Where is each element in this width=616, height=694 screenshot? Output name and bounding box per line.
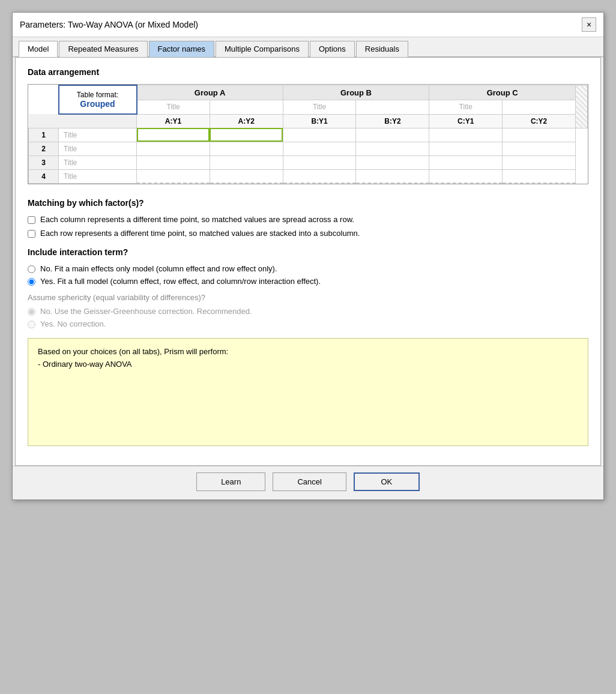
dialog-title: Parameters: Two-Way ANOVA (or Mixed Mode…: [20, 20, 198, 29]
learn-button[interactable]: Learn: [196, 472, 265, 491]
matching-option-1-row: Each column represents a different time …: [28, 215, 588, 224]
cell-1-ay2[interactable]: [210, 128, 283, 142]
cell-1-cy2[interactable]: [503, 128, 576, 142]
matching-option-2-row: Each row represents a different time poi…: [28, 229, 588, 238]
row-num-4: 4: [29, 169, 59, 183]
group-b-title[interactable]: Title: [283, 100, 356, 115]
no-sphericity-label: No. Use the Geisser-Greenhouse correctio…: [40, 307, 252, 316]
col-b-y2: B:Y2: [356, 114, 429, 128]
yes-sphericity-row: Yes. No correction.: [28, 319, 588, 328]
table-format-value: Grouped: [62, 99, 134, 109]
ok-button[interactable]: OK: [354, 472, 420, 491]
row-label-3[interactable]: Title: [59, 155, 137, 169]
summary-result: - Ordinary two-way ANOVA: [38, 360, 578, 369]
no-interaction-label: No. Fit a main effects only model (colum…: [40, 264, 277, 273]
group-c-title[interactable]: Title: [429, 100, 503, 115]
data-table: Table format: Grouped Group A Group B Gr…: [28, 84, 588, 184]
cell-4-by1[interactable]: [283, 169, 356, 183]
cell-4-cy1[interactable]: [429, 169, 503, 183]
yes-sphericity-radio[interactable]: [28, 321, 35, 328]
tab-model[interactable]: Model: [19, 41, 58, 57]
cell-2-cy2[interactable]: [503, 142, 576, 155]
main-content: Data arrangement Table format: Grouped G…: [15, 57, 601, 466]
cell-4-ay1[interactable]: [137, 169, 210, 183]
row-label-1[interactable]: Title: [59, 128, 137, 142]
group-a-title2: [210, 100, 283, 115]
group-a-title[interactable]: Title: [137, 100, 210, 115]
row-num-2: 2: [29, 142, 59, 155]
cell-1-cy1[interactable]: [429, 128, 503, 142]
group-b-title2: [356, 100, 429, 115]
cell-1-by2[interactable]: [356, 128, 429, 142]
col-b-y1: B:Y1: [283, 114, 356, 128]
no-sphericity-row: No. Use the Geisser-Greenhouse correctio…: [28, 307, 588, 316]
no-interaction-radio[interactable]: [28, 265, 35, 273]
col-c-y1: C:Y1: [429, 114, 503, 128]
cell-2-by2[interactable]: [356, 142, 429, 155]
tab-residuals[interactable]: Residuals: [356, 41, 408, 57]
no-sphericity-radio[interactable]: [28, 308, 35, 316]
match-row-label: Each row represents a different time poi…: [40, 229, 360, 238]
tab-repeated-measures[interactable]: Repeated Measures: [59, 41, 147, 57]
group-a-header: Group A: [137, 85, 283, 100]
cancel-button[interactable]: Cancel: [273, 472, 346, 491]
match-column-label: Each column represents a different time …: [40, 215, 354, 224]
matching-title: Matching by which factor(s)?: [28, 198, 588, 208]
row-label-2[interactable]: Title: [59, 142, 137, 155]
summary-box: Based on your choices (on all tabs), Pri…: [28, 338, 588, 446]
table-row-2: 2 Title: [29, 142, 588, 155]
sphericity-title: Assume sphericity (equal variability of …: [28, 293, 588, 302]
cell-1-by1[interactable]: [283, 128, 356, 142]
col-a-y1: A:Y1: [137, 114, 210, 128]
cell-3-cy1[interactable]: [429, 155, 503, 169]
row-num-1: 1: [29, 128, 59, 142]
table-row-3: 3 Title: [29, 155, 588, 169]
footer: Learn Cancel OK: [13, 466, 603, 499]
tab-options[interactable]: Options: [310, 41, 355, 57]
cell-2-cy1[interactable]: [429, 142, 503, 155]
matching-section: Matching by which factor(s)? Each column…: [28, 198, 588, 238]
col-c-y2: C:Y2: [503, 114, 576, 128]
tab-factor-names[interactable]: Factor names: [149, 41, 214, 57]
cell-2-ay1[interactable]: [137, 142, 210, 155]
match-row-checkbox[interactable]: [28, 230, 35, 238]
interaction-section: Include interaction term? No. Fit a main…: [28, 247, 588, 286]
sphericity-section: Assume sphericity (equal variability of …: [28, 293, 588, 328]
cell-3-by2[interactable]: [356, 155, 429, 169]
summary-intro: Based on your choices (on all tabs), Pri…: [38, 347, 578, 356]
yes-interaction-row: Yes. Fit a full model (column effect, ro…: [28, 277, 588, 286]
match-column-checkbox[interactable]: [28, 216, 35, 224]
cell-2-ay2[interactable]: [210, 142, 283, 155]
cell-3-ay2[interactable]: [210, 155, 283, 169]
data-arrangement-title: Data arrangement: [28, 67, 588, 77]
row-label-4[interactable]: Title: [59, 169, 137, 183]
group-b-header: Group B: [283, 85, 429, 100]
cell-3-cy2[interactable]: [503, 155, 576, 169]
cell-1-ay1[interactable]: [137, 128, 210, 142]
yes-interaction-radio[interactable]: [28, 278, 35, 286]
dialog: Parameters: Two-Way ANOVA (or Mixed Mode…: [12, 12, 604, 500]
title-bar: Parameters: Two-Way ANOVA (or Mixed Mode…: [13, 13, 603, 37]
interaction-title: Include interaction term?: [28, 247, 588, 257]
cell-4-by2[interactable]: [356, 169, 429, 183]
no-interaction-row: No. Fit a main effects only model (colum…: [28, 264, 588, 273]
table-row-1: 1 Title: [29, 128, 588, 142]
table-row-4: 4 Title: [29, 169, 588, 183]
table-format-label: Table format:: [62, 91, 134, 99]
group-c-title2: [503, 100, 576, 115]
tab-multiple-comparisons[interactable]: Multiple Comparisons: [216, 41, 309, 57]
data-arrangement-section: Data arrangement Table format: Grouped G…: [28, 67, 588, 186]
group-c-header: Group C: [429, 85, 576, 100]
cell-2-by1[interactable]: [283, 142, 356, 155]
cell-3-ay1[interactable]: [137, 155, 210, 169]
row-num-3: 3: [29, 155, 59, 169]
cell-4-ay2[interactable]: [210, 169, 283, 183]
cell-3-by1[interactable]: [283, 155, 356, 169]
tab-bar: Model Repeated Measures Factor names Mul…: [13, 37, 603, 57]
yes-interaction-label: Yes. Fit a full model (column effect, ro…: [40, 277, 321, 286]
close-button[interactable]: ×: [582, 17, 596, 32]
col-a-y2: A:Y2: [210, 114, 283, 128]
cell-4-cy2[interactable]: [503, 169, 576, 183]
yes-sphericity-label: Yes. No correction.: [40, 319, 106, 328]
